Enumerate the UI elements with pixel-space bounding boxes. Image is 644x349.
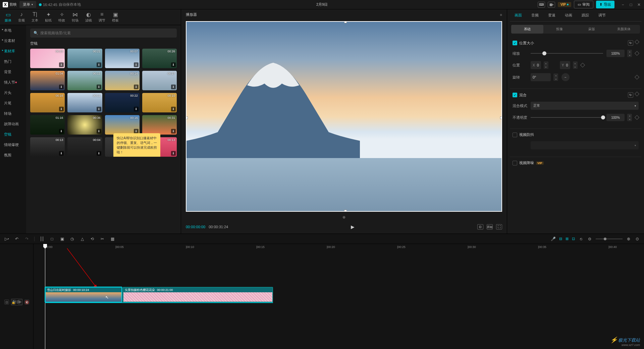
rotation-input[interactable]: 0° <box>531 73 551 81</box>
thumb-17[interactable]: 00:04⬇ <box>67 137 102 157</box>
download-icon[interactable]: ⬇ <box>59 129 64 134</box>
y-spinner[interactable]: ▴▾ <box>573 61 578 69</box>
rotation-spinner[interactable]: ▴▾ <box>553 73 558 81</box>
sidebar-item-片头[interactable]: 片头 <box>0 88 26 98</box>
timeline-tracks[interactable]: 00:00|00:05|00:10|00:15|00:20|00:25|00:3… <box>34 244 644 349</box>
sidebar-item-素材库[interactable]: 素材库 <box>0 46 26 56</box>
scale-value[interactable]: 100% <box>606 50 625 57</box>
crop-icon[interactable]: ⊡ <box>477 224 483 230</box>
stabilize-select[interactable]: ▾ <box>531 141 639 149</box>
undo-button[interactable]: ↶ <box>14 236 19 242</box>
top-tab-媒体[interactable]: ▭媒体 <box>1 9 15 25</box>
keyframe-icon[interactable] <box>635 92 639 96</box>
minimize-button[interactable]: − <box>621 2 625 7</box>
mic-icon[interactable]: 🎤 <box>550 236 556 242</box>
panorama-icon[interactable]: ⊕ <box>184 213 503 221</box>
zoom-in-icon[interactable]: ⊕ <box>626 236 631 242</box>
sidebar-item-本地[interactable]: 本地 <box>0 25 26 36</box>
sidebar-item-情人节[interactable]: 情人节♥ <box>0 77 26 88</box>
keyframe-icon[interactable] <box>635 51 639 56</box>
download-icon[interactable]: ⬇ <box>171 107 176 111</box>
top-tab-贴纸[interactable]: ✦贴纸 <box>42 9 55 25</box>
player-viewport[interactable] <box>186 21 502 212</box>
download-icon[interactable]: ⬇ <box>171 62 176 67</box>
fit-icon[interactable]: ⊙ <box>635 236 640 242</box>
prop-tab-动画[interactable]: 动画 <box>560 9 577 21</box>
redo-button[interactable]: ↷ <box>24 236 30 242</box>
thumb-4[interactable]: 01:04⬇ <box>30 71 65 90</box>
review-button[interactable]: ▭审阅 <box>574 1 593 8</box>
download-icon[interactable]: ⬇ <box>59 107 64 111</box>
zoom-out-icon[interactable]: ⊖ <box>587 236 592 242</box>
link-icon-2[interactable]: ⊞ <box>566 237 569 241</box>
denoise-toggle[interactable]: 视频降噪 VIP <box>513 160 544 165</box>
reverse-icon[interactable]: △ <box>79 236 85 242</box>
prop-subtab-美颜美体[interactable]: 美颜美体 <box>608 25 640 34</box>
link-icon-3[interactable]: ⊡ <box>572 237 575 241</box>
download-icon[interactable]: ⬇ <box>97 62 101 67</box>
download-icon[interactable]: ⬇ <box>59 151 64 156</box>
download-icon[interactable]: ⬇ <box>134 62 139 67</box>
thumb-2[interactable]: 00:07⬇ <box>105 49 140 68</box>
thumb-0[interactable]: 00:23⬇ <box>30 49 65 68</box>
select-tool[interactable]: ▷▾ <box>4 236 9 242</box>
maximize-button[interactable]: □ <box>629 2 633 7</box>
x-spinner[interactable]: ▴▾ <box>544 61 548 69</box>
search-input[interactable]: 🔍 搜索视频场景/元素 <box>30 29 177 38</box>
thumb-3[interactable]: 00:26⬇ <box>142 49 177 68</box>
top-tab-滤镜[interactable]: ◐滤镜 <box>82 9 95 25</box>
blend-mode-select[interactable]: 正常 ▾ <box>531 102 639 110</box>
sidebar-item-片尾[interactable]: 片尾 <box>0 98 26 108</box>
prop-tab-跟踪[interactable]: 跟踪 <box>577 9 594 21</box>
thumb-15[interactable]: 00:31⬇ <box>142 115 177 135</box>
close-button[interactable]: ✕ <box>637 2 641 7</box>
flip-button[interactable]: − <box>561 73 570 81</box>
thumb-8[interactable]: 00:16⬇ <box>30 93 65 112</box>
thumb-13[interactable]: 00:36⬇ <box>67 115 102 135</box>
thumb-9[interactable]: 00:11⬇ <box>67 93 102 112</box>
crop2-icon[interactable]: ✂ <box>100 236 105 242</box>
download-icon[interactable]: ⬇ <box>134 107 139 111</box>
frame-icon[interactable]: ▦ <box>110 236 115 242</box>
export-button[interactable]: ⬆导出 <box>596 1 614 8</box>
download-icon[interactable]: ⬇ <box>97 85 101 89</box>
reset-icon[interactable]: ↻ <box>628 40 633 46</box>
prop-subtab-抠像[interactable]: 抠像 <box>543 25 576 34</box>
prop-tab-变速[interactable]: 变速 <box>543 9 560 21</box>
opacity-value[interactable]: 100% <box>606 114 625 121</box>
sidebar-item-热门[interactable]: 热门 <box>0 56 26 67</box>
sidebar-item-情绪爆梗[interactable]: 情绪爆梗 <box>0 140 26 150</box>
top-tab-音频[interactable]: ♪音频 <box>15 9 28 25</box>
top-tab-文本[interactable]: T|文本 <box>28 9 42 25</box>
sidebar-item-故障动画[interactable]: 故障动画 <box>0 119 26 129</box>
scale-spinner[interactable]: ▴▾ <box>627 50 632 57</box>
download-icon[interactable]: ⬇ <box>97 129 101 134</box>
speed-icon[interactable]: ◷ <box>69 236 75 242</box>
download-icon[interactable]: ⬇ <box>97 107 101 111</box>
vip-badge[interactable]: VIP <box>558 2 571 7</box>
player-menu-icon[interactable]: ≡ <box>500 13 502 17</box>
menu-button[interactable]: 菜单 ▾ <box>19 1 36 8</box>
keyframe-icon[interactable] <box>580 63 585 67</box>
delete-icon[interactable]: □ <box>49 236 55 242</box>
fullscreen-icon[interactable]: ⛶ <box>496 224 502 230</box>
x-input[interactable]: X 0 <box>531 61 541 69</box>
top-tab-调节[interactable]: ≡调节 <box>95 9 109 25</box>
y-input[interactable]: Y 0 <box>560 61 570 69</box>
download-icon[interactable]: ⬇ <box>171 129 176 134</box>
cover-label[interactable]: 封面 <box>0 294 34 310</box>
crop-tool-icon[interactable]: ▣ <box>59 236 65 242</box>
download-icon[interactable]: ⬇ <box>97 151 101 156</box>
download-icon[interactable]: ⬇ <box>59 62 64 67</box>
download-icon[interactable]: ⬇ <box>171 85 176 89</box>
shortcut-icon[interactable]: ⌨ <box>538 2 545 8</box>
thumb-1[interactable]: 00:21⬇ <box>67 49 102 68</box>
keyframe-icon[interactable] <box>635 115 639 120</box>
thumb-6[interactable]: 00:14⬇ <box>105 71 140 90</box>
thumb-5[interactable]: 00:11⬇ <box>67 71 102 90</box>
download-icon[interactable]: ⬇ <box>59 85 64 89</box>
thumb-10[interactable]: 00:22⬇ <box>105 93 140 112</box>
top-tab-模板[interactable]: ▣模板 <box>109 9 122 25</box>
download-icon[interactable]: ⬇ <box>171 151 176 156</box>
tooltip-confirm[interactable]: 知道了 <box>117 156 157 157</box>
